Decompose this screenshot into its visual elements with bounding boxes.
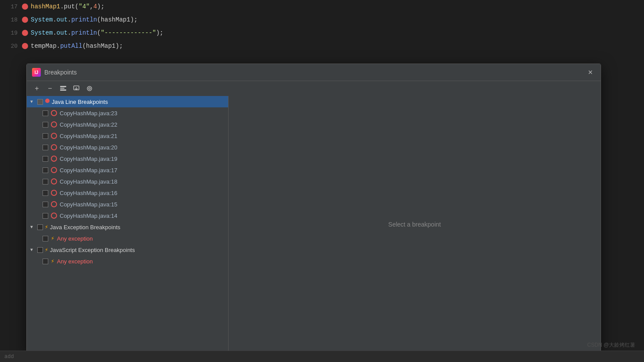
java-exception-toggle-icon: ▼ — [30, 225, 36, 230]
watermark: CSDN @大龄烤红薯 — [587, 341, 635, 349]
breakpoint-item-23[interactable]: CopyHashMap.java:23 — [27, 107, 228, 119]
item-20-label: CopyHashMap.java:20 — [60, 144, 118, 151]
code-line-20: 20 tempMap.putAll(hashMap1); — [0, 39, 644, 53]
status-bar: add — [0, 351, 644, 362]
svg-rect-0 — [60, 86, 66, 87]
breakpoint-item-18[interactable]: CopyHashMap.java:18 — [27, 176, 228, 187]
export-breakpoints-button[interactable] — [71, 84, 82, 93]
breakpoint-item-17[interactable]: CopyHashMap.java:17 — [27, 164, 228, 176]
select-breakpoint-hint: Select a breakpoint — [388, 221, 441, 228]
dialog-titlebar: IJ Breakpoints × — [27, 64, 601, 81]
item-14-dot-icon — [51, 213, 57, 219]
item-20-checkbox[interactable] — [43, 145, 48, 150]
filter-breakpoints-button[interactable] — [84, 84, 95, 93]
svg-rect-2 — [60, 89, 66, 91]
breakpoints-panel: ▼ Java Line Breakpoints CopyHashMap.java… — [27, 96, 229, 352]
item-17-checkbox[interactable] — [43, 167, 48, 173]
java-any-exception-label: Any exception — [57, 235, 93, 242]
java-any-exception-lightning-icon: ⚡ — [51, 235, 54, 242]
item-14-label: CopyHashMap.java:14 — [60, 213, 118, 219]
item-15-label: CopyHashMap.java:15 — [60, 201, 118, 208]
item-23-dot-icon — [51, 110, 57, 116]
breakpoint-dot-19 — [22, 30, 28, 36]
item-21-checkbox[interactable] — [43, 133, 48, 139]
breakpoint-item-22[interactable]: CopyHashMap.java:22 — [27, 119, 228, 130]
item-18-checkbox[interactable] — [43, 179, 48, 185]
java-line-dot-icon — [45, 98, 50, 106]
item-16-checkbox[interactable] — [43, 190, 48, 196]
item-16-dot-icon — [51, 190, 57, 196]
js-exception-toggle-icon: ▼ — [30, 248, 36, 252]
js-any-exception-checkbox[interactable] — [43, 259, 48, 264]
java-exception-checkbox[interactable] — [37, 224, 43, 230]
java-exception-breakpoints-header[interactable]: ▼ ⚡ Java Exception Breakpoints — [27, 221, 228, 233]
item-20-dot-icon — [51, 144, 57, 150]
detail-panel: Select a breakpoint — [229, 96, 601, 352]
dialog-body: ▼ Java Line Breakpoints CopyHashMap.java… — [27, 96, 601, 352]
code-line-18: 18 System.out.println(hashMap1); — [0, 13, 644, 26]
item-19-label: CopyHashMap.java:19 — [60, 156, 118, 162]
item-23-checkbox[interactable] — [43, 110, 48, 116]
item-22-dot-icon — [51, 121, 57, 128]
dialog-toolbar: + − — [27, 81, 601, 96]
js-exception-label: JavaScript Exception Breakpoints — [50, 247, 135, 253]
item-22-checkbox[interactable] — [43, 122, 48, 128]
item-18-label: CopyHashMap.java:18 — [60, 178, 118, 185]
breakpoint-dot-17 — [22, 4, 28, 10]
breakpoint-dot-18 — [22, 17, 28, 23]
status-text: add — [4, 354, 14, 360]
item-15-checkbox[interactable] — [43, 202, 48, 207]
item-18-dot-icon — [51, 178, 57, 185]
item-21-dot-icon — [51, 133, 57, 139]
java-line-checkbox[interactable] — [37, 99, 43, 105]
svg-point-5 — [87, 86, 92, 91]
svg-point-7 — [45, 99, 50, 103]
code-line-17: 17 hashMap1.put("4",4); — [0, 0, 644, 13]
breakpoint-item-16[interactable]: CopyHashMap.java:16 — [27, 187, 228, 199]
js-exception-checkbox[interactable] — [37, 247, 43, 253]
js-exception-lightning-icon: ⚡ — [45, 246, 48, 253]
js-any-exception-lightning-icon: ⚡ — [51, 258, 54, 265]
remove-breakpoint-button[interactable]: − — [44, 84, 56, 93]
breakpoint-dot-20 — [22, 43, 28, 49]
breakpoint-item-20[interactable]: CopyHashMap.java:20 — [27, 142, 228, 153]
item-17-dot-icon — [51, 167, 57, 173]
item-22-label: CopyHashMap.java:22 — [60, 121, 118, 128]
dialog-close-button[interactable]: × — [585, 67, 595, 77]
group-breakpoints-button[interactable] — [57, 84, 69, 93]
svg-rect-1 — [60, 88, 64, 89]
add-breakpoint-button[interactable]: + — [31, 84, 43, 93]
js-exception-breakpoints-header[interactable]: ▼ ⚡ JavaScript Exception Breakpoints — [27, 244, 228, 256]
breakpoint-item-14[interactable]: CopyHashMap.java:14 — [27, 210, 228, 221]
java-exception-lightning-icon: ⚡ — [45, 224, 48, 231]
breakpoint-item-21[interactable]: CopyHashMap.java:21 — [27, 130, 228, 142]
java-line-label: Java Line Breakpoints — [52, 99, 108, 105]
item-19-checkbox[interactable] — [43, 156, 48, 162]
item-21-label: CopyHashMap.java:21 — [60, 133, 118, 139]
breakpoint-item-15[interactable]: CopyHashMap.java:15 — [27, 199, 228, 210]
java-line-toggle-icon: ▼ — [30, 99, 36, 104]
intellij-logo-icon: IJ — [32, 68, 41, 77]
breakpoint-item-19[interactable]: CopyHashMap.java:19 — [27, 153, 228, 164]
dialog-title: Breakpoints — [44, 69, 585, 76]
item-16-label: CopyHashMap.java:16 — [60, 190, 118, 196]
java-exception-label: Java Exception Breakpoints — [50, 224, 120, 231]
item-17-label: CopyHashMap.java:17 — [60, 167, 118, 174]
item-14-checkbox[interactable] — [43, 213, 48, 219]
item-19-dot-icon — [51, 156, 57, 162]
java-any-exception-item[interactable]: ⚡ Any exception — [27, 233, 228, 244]
java-line-breakpoints-header[interactable]: ▼ Java Line Breakpoints — [27, 96, 228, 107]
js-any-exception-item[interactable]: ⚡ Any exception — [27, 256, 228, 267]
code-line-19: 19 System.out.println("-------------"); — [0, 26, 644, 39]
item-15-dot-icon — [51, 201, 57, 207]
java-any-exception-checkbox[interactable] — [43, 236, 48, 241]
breakpoints-dialog: IJ Breakpoints × + − — [26, 64, 601, 353]
svg-point-6 — [89, 88, 90, 89]
item-23-label: CopyHashMap.java:23 — [60, 110, 118, 117]
js-any-exception-label: Any exception — [57, 258, 93, 265]
